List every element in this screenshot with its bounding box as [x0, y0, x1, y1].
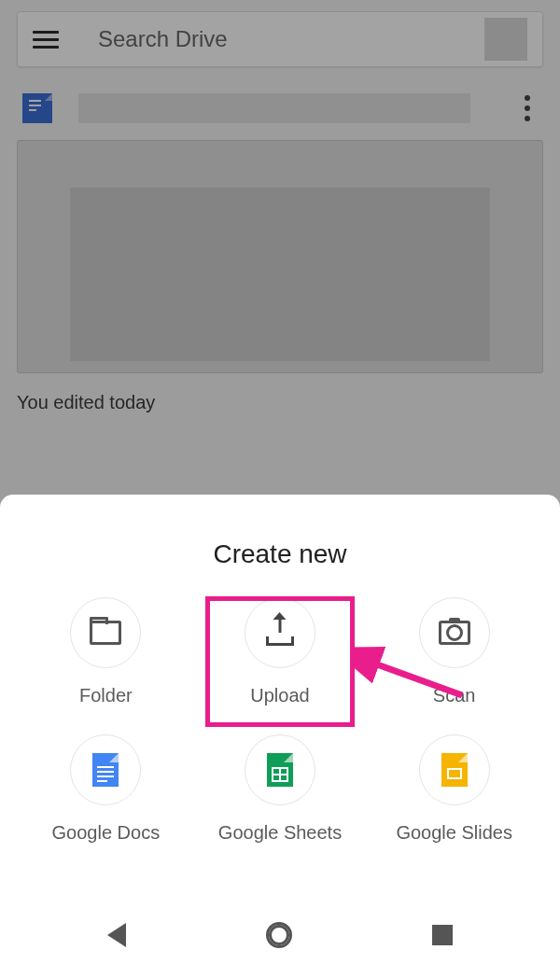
create-folder-button[interactable]: Folder	[19, 597, 193, 706]
nav-back-button[interactable]	[107, 923, 126, 947]
slides-icon	[441, 753, 468, 787]
nav-home-button[interactable]	[266, 922, 292, 948]
nav-recent-button[interactable]	[432, 925, 453, 945]
scan-button[interactable]: Scan	[367, 597, 541, 706]
slides-label: Google Slides	[396, 822, 512, 844]
google-slides-button[interactable]: Google Slides	[367, 734, 541, 844]
docs-icon	[92, 753, 119, 787]
google-sheets-button[interactable]: Google Sheets	[193, 734, 368, 844]
sheet-title: Create new	[0, 539, 560, 569]
sheets-icon	[267, 753, 293, 787]
upload-label: Upload	[250, 685, 309, 706]
create-options-grid: Folder Upload Scan Google Docs Google Sh…	[0, 597, 560, 844]
folder-icon	[90, 621, 121, 645]
upload-icon	[266, 620, 294, 646]
camera-icon	[439, 621, 470, 645]
sheets-label: Google Sheets	[218, 822, 342, 844]
docs-label: Google Docs	[52, 822, 161, 844]
upload-button[interactable]: Upload	[193, 597, 368, 706]
google-docs-button[interactable]: Google Docs	[19, 734, 193, 844]
create-new-bottom-sheet: Create new Folder Upload Scan Google Doc…	[0, 495, 560, 964]
android-nav-bar	[0, 906, 560, 964]
scan-label: Scan	[433, 685, 476, 706]
folder-label: Folder	[79, 685, 133, 706]
